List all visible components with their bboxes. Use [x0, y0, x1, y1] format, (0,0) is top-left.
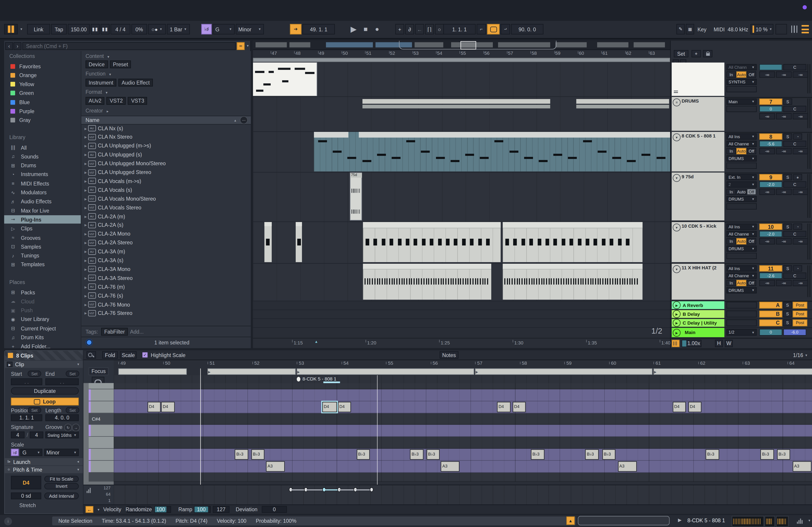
nudge-up-button[interactable]: ▮▮	[101, 24, 110, 34]
plugin-list-item[interactable]: ▶AUCLA Nx (s)	[82, 124, 251, 132]
midi-clip-kick-small[interactable]	[296, 222, 302, 262]
expand-triangle-icon[interactable]: ▶	[85, 250, 87, 253]
send-meter[interactable]: -∞	[776, 238, 792, 244]
stop-button[interactable]: ■	[361, 24, 371, 34]
return-io-box[interactable]	[726, 302, 757, 308]
scroll-lock-button[interactable]: ▲	[566, 516, 575, 525]
fold-icon[interactable]: ▼	[673, 133, 681, 141]
volume-field[interactable]	[759, 64, 782, 70]
deviation-field[interactable]: 0	[262, 506, 287, 513]
return-letter[interactable]: A	[759, 302, 782, 308]
plugin-list-item[interactable]: ▶AUCLA-2A (m)	[82, 212, 251, 221]
track-name[interactable]: ▼8 CDK 5 - 808 1	[672, 132, 724, 171]
plugin-list-item[interactable]: ▶VSTCLA-3A Stereo	[82, 274, 251, 282]
io-extra-box[interactable]	[726, 203, 757, 210]
midi-note[interactable]: B♭3	[235, 449, 248, 460]
ramp-start-field[interactable]: 100	[194, 506, 211, 513]
midi-clip-hihat[interactable]	[363, 264, 491, 300]
midi-note[interactable]: B♭3	[251, 449, 264, 460]
focus-button[interactable]: Focus	[89, 367, 108, 375]
sidebar-item-max-for-live[interactable]: ⊟Max for Live	[4, 207, 81, 215]
scale-fold-button[interactable]: Scale	[120, 351, 137, 358]
sidebar-item-add-folder-[interactable]: +Add Folder...	[4, 342, 81, 351]
midi-note[interactable]: D4	[672, 402, 686, 412]
expand-triangle-icon[interactable]: ▶	[85, 179, 87, 183]
randomize-amount-field[interactable]: 100	[154, 506, 171, 513]
cpu-meter[interactable]: 10 %▼	[751, 24, 773, 34]
sidebar-item-user-library[interactable]: ◉User Library	[4, 315, 81, 324]
sidebar-item-modulators[interactable]: ∿Modulators	[4, 189, 81, 197]
expand-triangle-icon[interactable]: ▶	[85, 267, 87, 271]
key-map-button[interactable]: Key	[695, 24, 709, 34]
sidebar-item-audio-effects[interactable]: ♬Audio Effects	[4, 197, 81, 206]
sidebar-item-purple[interactable]: Purple	[4, 107, 81, 116]
io-combo[interactable]: Ext. In▼	[726, 174, 757, 180]
midi-note[interactable]: B♭3	[706, 449, 719, 460]
groove-commit-icon[interactable]: →	[72, 424, 80, 432]
link-button[interactable]: Link	[27, 24, 50, 34]
io-extra-box[interactable]	[726, 163, 757, 169]
midi-note[interactable]: A3	[441, 461, 460, 471]
expand-triangle-icon[interactable]: ▶	[85, 153, 87, 156]
solo-button[interactable]: S	[783, 311, 792, 317]
piano-key-gs3[interactable]	[89, 472, 114, 481]
post-button[interactable]: Post	[793, 311, 807, 317]
io-combo[interactable]: All Ins▼	[726, 224, 757, 230]
send-meter[interactable]: -∞	[776, 148, 792, 154]
duplicate-button[interactable]: Duplicate	[11, 387, 79, 394]
length-field[interactable]: 4. 0. 0	[45, 414, 79, 421]
volume-field[interactable]: -5.6	[759, 141, 782, 147]
midi-note[interactable]: B♭3	[777, 449, 791, 460]
midi-clip-synth[interactable]	[253, 62, 317, 96]
position-field[interactable]: 1. 1. 1	[11, 414, 42, 421]
expand-triangle-icon[interactable]: ▶	[85, 214, 87, 218]
expand-triangle-icon[interactable]: ▶	[85, 206, 87, 209]
device-chain-preview[interactable]	[765, 516, 775, 527]
loop-length-field[interactable]: 90. 0. 0	[511, 24, 543, 34]
freeze-button[interactable]: ●	[793, 174, 802, 180]
expand-triangle-icon[interactable]: ▶	[85, 302, 87, 306]
zoom-level-field[interactable]: 1.00x	[682, 340, 701, 347]
solo-button[interactable]: S	[783, 133, 792, 140]
io-combo[interactable]: All Channe▼	[726, 141, 757, 147]
end-field[interactable]: . .	[45, 378, 79, 385]
group-icon[interactable]: ≡	[673, 99, 681, 106]
piano-key-bb3[interactable]	[89, 449, 114, 461]
sidebar-item-sounds[interactable]: ♫Sounds	[4, 152, 81, 161]
io-combo[interactable]: All Ins▼	[726, 133, 757, 140]
lane-dropdown-icon[interactable]: ▼	[97, 508, 100, 511]
midi-note[interactable]: D4	[147, 402, 161, 412]
pan-field[interactable]: C	[783, 106, 806, 112]
tag-add-placeholder[interactable]: Add...	[130, 329, 144, 334]
notes-tab-button[interactable]: Notes	[440, 351, 458, 358]
time-ruler[interactable]: 1:151:201:251:301:351:40▲	[253, 338, 670, 348]
monitor-auto[interactable]: Auto	[737, 280, 746, 286]
quick-help-field[interactable]	[578, 516, 670, 525]
sidebar-item-drum-kits[interactable]: ♫Drum Kits	[4, 333, 81, 342]
expand-triangle-icon[interactable]: ▶	[85, 170, 87, 174]
clip-section-header[interactable]: ▶Clip▼	[5, 361, 83, 368]
length-set-button[interactable]: Set	[66, 407, 79, 413]
filter-chip-auv2[interactable]: AUv2	[86, 97, 104, 105]
expand-triangle-icon[interactable]: ▶	[85, 258, 87, 262]
highlight-scale-checkbox[interactable]: ✓	[142, 352, 148, 358]
metronome-dropdown-icon[interactable]: ▼	[159, 28, 162, 31]
velocity-lane[interactable]	[114, 485, 812, 505]
arrangement-position-field[interactable]: 49. 1. 1	[303, 24, 335, 34]
pan-field[interactable]: C	[783, 272, 806, 279]
sidebar-item-templates[interactable]: ⊞Templates	[4, 260, 81, 269]
send-meter[interactable]: -∞	[793, 280, 808, 286]
meter-dropdown-icon[interactable]: ▼	[808, 519, 811, 522]
follow-button[interactable]: ➔	[290, 24, 302, 34]
cue-volume-field[interactable]: -6.0	[783, 329, 806, 336]
send-meter[interactable]: -∞	[793, 72, 808, 78]
midi-note[interactable]: B♭3	[410, 449, 423, 460]
expand-triangle-icon[interactable]: ▶	[85, 241, 87, 244]
send-meter[interactable]: -∞	[776, 189, 792, 195]
send-meter[interactable]: -∞	[793, 113, 808, 119]
monitor-in[interactable]: In	[726, 189, 736, 195]
track-name[interactable]: ≡DRUMS	[672, 97, 724, 131]
monitor-in[interactable]: In	[726, 280, 736, 286]
io-combo[interactable]: All Channe▼	[726, 272, 757, 279]
send-meter[interactable]: -∞	[793, 238, 808, 244]
